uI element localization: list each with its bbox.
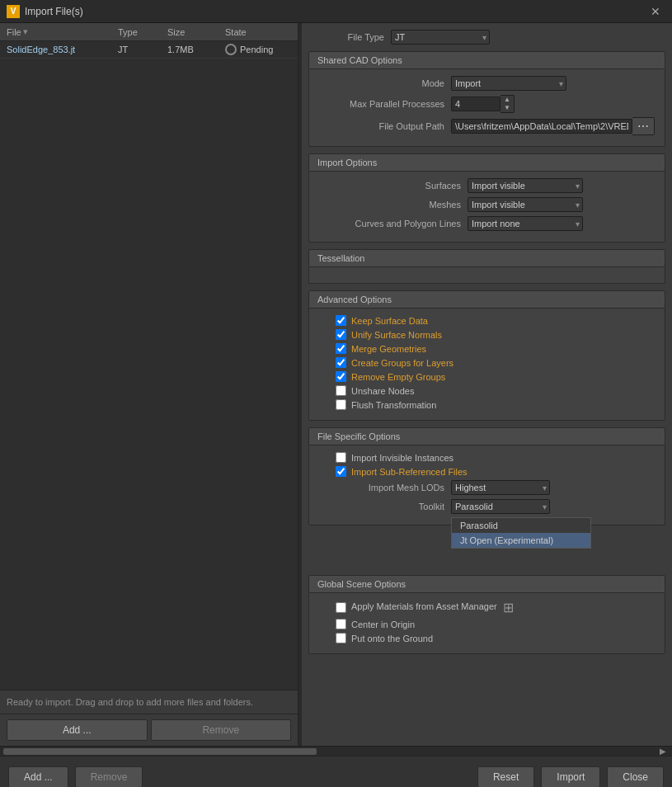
apply-materials-label: Apply Materials from Asset Manager ⊞: [351, 600, 514, 615]
main-container: File ▾ Type Size State SolidEdge_853.jt …: [0, 23, 672, 746]
max-parallel-down-button[interactable]: ▼: [500, 104, 514, 112]
col-header-state[interactable]: State: [225, 26, 291, 37]
remove-empty-label: Remove Empty Groups: [351, 372, 445, 382]
file-list-header: File ▾ Type Size State: [0, 23, 298, 41]
unify-normals-checkbox[interactable]: [336, 329, 346, 340]
import-subrefs-checkbox[interactable]: [336, 466, 346, 477]
horizontal-scrollbar[interactable]: ◀ ▶: [0, 746, 672, 756]
remove-button[interactable]: Remove: [75, 766, 143, 788]
mode-select-wrapper: Import Reference Import as Reference ▾: [451, 76, 566, 91]
surfaces-row: Surfaces Import visible Import all Impor…: [319, 178, 655, 193]
max-parallel-label: Max Parallel Processes: [319, 99, 451, 109]
unshare-nodes-checkbox[interactable]: [336, 385, 346, 396]
remove-button[interactable]: Remove: [151, 719, 292, 741]
mode-select[interactable]: Import Reference Import as Reference: [451, 76, 566, 91]
apply-materials-row: Apply Materials from Asset Manager ⊞: [319, 600, 655, 615]
merge-geometries-row: Merge Geometries: [319, 343, 655, 354]
col-header-type[interactable]: Type: [118, 26, 167, 37]
import-mesh-lods-row: Import Mesh LODs Highest All None ▾: [319, 480, 655, 495]
merge-geometries-label: Merge Geometries: [351, 344, 426, 354]
left-panel: File ▾ Type Size State SolidEdge_853.jt …: [0, 23, 298, 746]
import-mesh-lods-select[interactable]: Highest All None: [451, 480, 550, 495]
file-output-row: File Output Path \Users\fritzem\AppData\…: [319, 117, 655, 135]
scroll-right-arrow[interactable]: ▶: [657, 747, 669, 756]
file-type: JT: [118, 45, 167, 54]
unshare-nodes-label: Unshare Nodes: [351, 386, 414, 396]
global-scene-section-content: Apply Materials from Asset Manager ⊞ Cen…: [308, 593, 665, 654]
surfaces-label: Surfaces: [319, 181, 468, 191]
file-type-select-wrapper: JT FBX OBJ STEP ▾: [391, 30, 490, 45]
create-groups-row: Create Groups for Layers: [319, 357, 655, 368]
col-header-file[interactable]: File ▾: [7, 26, 118, 37]
max-parallel-input[interactable]: 4: [451, 97, 500, 111]
curves-select[interactable]: Import none Import visible Import all: [468, 216, 583, 231]
left-button-row: Add ... Remove: [0, 714, 298, 746]
import-invisible-checkbox[interactable]: [336, 452, 346, 463]
bottom-bar: Add ...RemoveResetImportClose: [0, 756, 672, 787]
file-specific-section-bar: File Specific Options: [308, 427, 665, 445]
add-button[interactable]: Add ...: [7, 719, 148, 741]
meshes-row: Meshes Import visible Import all Import …: [319, 197, 655, 212]
file-type-select[interactable]: JT FBX OBJ STEP: [391, 30, 490, 45]
center-in-origin-row: Center in Origin: [319, 619, 655, 629]
advanced-options-section-content: Keep Surface Data Unify Surface Normals …: [308, 309, 665, 421]
keep-surface-checkbox[interactable]: [336, 315, 346, 326]
file-output-input[interactable]: \Users\fritzem\AppData\Local\Temp\2\VRED…: [451, 119, 632, 134]
unify-normals-label: Unify Surface Normals: [351, 330, 442, 340]
max-parallel-spinbox-buttons: ▲ ▼: [500, 95, 515, 113]
import-button[interactable]: Import: [541, 766, 600, 788]
file-output-browse-button[interactable]: ⋯: [632, 117, 655, 135]
advanced-options-section-bar: Advanced Options: [308, 290, 665, 309]
max-parallel-up-button[interactable]: ▲: [500, 96, 514, 104]
flush-transform-checkbox[interactable]: [336, 399, 346, 410]
import-mesh-lods-label: Import Mesh LODs: [319, 483, 451, 492]
merge-geometries-checkbox[interactable]: [336, 343, 346, 354]
remove-empty-row: Remove Empty Groups: [319, 371, 655, 382]
unify-normals-row: Unify Surface Normals: [319, 329, 655, 340]
close-button[interactable]: Close: [607, 766, 664, 788]
shared-cad-section-bar: Shared CAD Options: [308, 51, 665, 69]
file-size: 1.7MB: [167, 45, 225, 54]
keep-surface-label: Keep Surface Data: [351, 316, 428, 326]
file-state: Pending: [225, 44, 291, 55]
add-button[interactable]: Add ...: [8, 766, 68, 788]
curves-label: Curves and Polygon Lines: [319, 219, 468, 229]
import-subrefs-label: Import Sub-Referenced Files: [351, 467, 468, 477]
put-onto-ground-checkbox[interactable]: [336, 633, 346, 643]
scrollbar-thumb[interactable]: [3, 748, 317, 755]
reset-button[interactable]: Reset: [477, 766, 534, 788]
remove-empty-checkbox[interactable]: [336, 371, 346, 382]
center-in-origin-checkbox[interactable]: [336, 619, 346, 629]
put-onto-ground-row: Put onto the Ground: [319, 633, 655, 643]
unshare-nodes-row: Unshare Nodes: [319, 385, 655, 396]
toolkit-option-parasolid[interactable]: Parasolid: [452, 518, 590, 533]
flush-transform-row: Flush Transformation: [319, 399, 655, 410]
meshes-select[interactable]: Import visible Import all Import none: [468, 197, 583, 212]
col-header-size[interactable]: Size: [167, 26, 225, 37]
import-invisible-label: Import Invisible Instances: [351, 453, 453, 463]
toolkit-select[interactable]: Parasolid Jt Open (Experimental): [451, 499, 550, 514]
create-groups-checkbox[interactable]: [336, 357, 346, 368]
toolkit-row: Toolkit Parasolid Jt Open (Experimental)…: [319, 499, 655, 514]
curves-row: Curves and Polygon Lines Import none Imp…: [319, 216, 655, 231]
put-onto-ground-label: Put onto the Ground: [351, 634, 433, 643]
apply-materials-checkbox[interactable]: [336, 602, 346, 613]
file-output-label: File Output Path: [319, 121, 451, 131]
file-output-path-row: \Users\fritzem\AppData\Local\Temp\2\VRED…: [451, 117, 655, 135]
max-parallel-row: Max Parallel Processes 4 ▲ ▼: [319, 95, 655, 113]
create-groups-label: Create Groups for Layers: [351, 358, 453, 368]
toolkit-option-jtopen[interactable]: Jt Open (Experimental): [452, 533, 590, 548]
window-title: Import File(s): [25, 6, 646, 17]
mode-label: Mode: [319, 78, 451, 88]
title-bar: V Import File(s) ✕: [0, 0, 672, 23]
curves-select-wrapper: Import none Import visible Import all ▾: [468, 216, 583, 231]
toolkit-label: Toolkit: [319, 502, 451, 511]
panel-divider[interactable]: [298, 23, 302, 746]
close-button[interactable]: ✕: [646, 3, 665, 20]
shared-cad-section-content: Mode Import Reference Import as Referenc…: [308, 69, 665, 147]
table-row[interactable]: SolidEdge_853.jt JT 1.7MB Pending: [0, 41, 298, 59]
right-panel: File Type JT FBX OBJ STEP ▾ Shared CAD O…: [302, 23, 672, 746]
import-mesh-lods-select-wrapper: Highest All None ▾: [451, 480, 550, 495]
surfaces-select[interactable]: Import visible Import all Import none: [468, 178, 583, 193]
file-type-label: File Type: [308, 32, 391, 42]
